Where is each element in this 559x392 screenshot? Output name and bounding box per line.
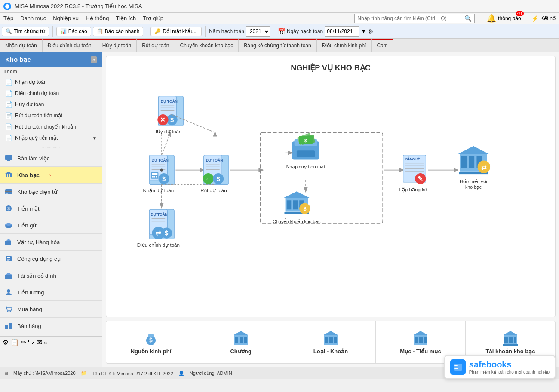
node-doi-chieu[interactable]: ⇄ Đối chiếu với kho bạc — [458, 146, 490, 190]
svg-rect-143 — [419, 337, 423, 343]
node-dieu-chinh[interactable]: DỰ TOÁN ⇄ $ Điều chỉnh dự toán — [137, 209, 180, 248]
svg-text:$: $ — [303, 206, 306, 212]
sidebar-nav-tai-san[interactable]: Tài sản cố định — [0, 267, 102, 284]
svg-marker-145 — [503, 331, 518, 335]
sales-icon — [3, 321, 14, 331]
svg-marker-140 — [413, 331, 428, 335]
sidebar-nav-kho-bac[interactable]: Kho bạc → — [0, 167, 102, 184]
sidebar-nav-ban-hang[interactable]: Bán hàng — [0, 318, 102, 334]
collapse-btn[interactable]: « — [91, 56, 97, 63]
document-icon[interactable]: 📋 — [10, 338, 19, 346]
doc-icon-3: 📄 — [5, 101, 12, 108]
connect-area[interactable]: ⚡ Kết nố — [531, 15, 556, 22]
menu-file[interactable]: Tệp — [3, 15, 13, 21]
goods-icon — [3, 237, 14, 247]
svg-text:Rút dự toán: Rút dự toán — [200, 188, 227, 193]
node-nhan[interactable]: DỰ TOÁN $ Nhận dự toán — [143, 155, 175, 193]
menu-utilities[interactable]: Tiện ích — [116, 15, 136, 21]
svg-text:$: $ — [304, 138, 307, 143]
node-bang-ke[interactable]: BẢNG KÊ ✎ Lập bảng kê — [399, 155, 427, 193]
shield-icon[interactable]: 🛡 — [28, 339, 35, 346]
node-nhap-quy[interactable]: $ Nhập quỹ tiền mặt — [286, 133, 326, 170]
svg-text:DỰ TOÁN: DỰ TOÁN — [161, 99, 178, 104]
building3-icon — [412, 330, 429, 346]
svg-text:$: $ — [170, 116, 174, 123]
edit-icon[interactable]: ✏ — [21, 338, 26, 346]
svg-rect-138 — [329, 337, 333, 343]
mail-icon[interactable]: ✉ — [37, 338, 42, 346]
sidebar-item-rut-chuyen-khoan[interactable]: 📄 Rút dự toán chuyển khoản — [0, 121, 102, 132]
doc-icon-6: 📄 — [5, 135, 12, 141]
search-icon[interactable]: 🔍 — [464, 15, 472, 22]
svg-rect-26 — [5, 325, 8, 329]
menu-catalog[interactable]: Danh mục — [20, 15, 46, 21]
sidebar-nav-tien-luong[interactable]: Tiền lương — [0, 284, 102, 301]
doc-icon-2: 📄 — [5, 90, 12, 97]
date-input[interactable] — [325, 26, 359, 37]
chuong-label: Chương — [230, 348, 251, 355]
sidebar-item-huy[interactable]: 📄 Hủy dự toán — [0, 99, 102, 110]
notification-area[interactable]: 🔔 40 thông báo — [487, 14, 521, 23]
svg-rect-20 — [7, 260, 9, 261]
diagram-area: NGHIỆP VỤ KHO BẠC DỰ TOÁN $ — [106, 56, 556, 317]
more-icon[interactable]: » — [44, 339, 47, 346]
sidebar-item-nhap-quy[interactable]: 📄 Nhập quỹ tiền mặt ▼ — [0, 132, 102, 144]
menu-operations[interactable]: Nghiệp vụ — [53, 15, 79, 21]
sidebar-nav-kho-bac-dt[interactable]: Kho bạc điện tử — [0, 184, 102, 200]
menu-system[interactable]: Hệ thống — [86, 15, 109, 21]
search-input[interactable] — [357, 15, 464, 21]
settings-icon-2[interactable]: ⚙ — [3, 338, 9, 346]
svg-text:Lập bảng kê: Lập bảng kê — [399, 187, 427, 193]
separator-3 — [205, 26, 206, 37]
svg-point-0 — [5, 4, 9, 9]
svg-rect-10 — [6, 193, 8, 194]
menu-help[interactable]: Trợ giúp — [143, 15, 163, 21]
tab-chuyen-khoan[interactable]: Chuyển khoản kho bạc — [175, 39, 239, 52]
find-voucher-btn[interactable]: 🔍 Tìm chứng từ — [2, 27, 49, 36]
bank-icon — [3, 170, 14, 180]
safebooks-badge: safebooks Phần mềm kế toán cho mọi doanh… — [444, 355, 556, 379]
node-rut[interactable]: DỰ TOÁN ← $ Rút dự toán — [200, 155, 229, 193]
connect-icon: ⚡ — [531, 15, 539, 22]
tab-nhan-du-toan[interactable]: Nhận dự toán — [0, 39, 43, 52]
svg-rect-132 — [235, 337, 238, 343]
change-pass-btn[interactable]: 🔑 Đổi mật khẩu... — [150, 27, 202, 36]
notification-label: thông báo — [498, 15, 521, 21]
svg-rect-49 — [156, 176, 157, 177]
settings-icon[interactable]: ⚙ — [368, 28, 374, 35]
sidebar-nav-tien-mat[interactable]: $ Tiền mặt — [0, 200, 102, 217]
window-title: MISA Mimosa 2022 RC3.8 - Trường Tiểu học… — [15, 3, 142, 9]
tab-dieu-chinh-kinh-phi[interactable]: Điều chỉnh kinh phí — [317, 39, 372, 52]
safebooks-name: safebooks — [469, 360, 550, 370]
bell-icon: 🔔 — [487, 14, 496, 23]
tab-rut-du-toan[interactable]: Rút dự toán — [137, 39, 175, 52]
report-btn[interactable]: 📊 Báo cáo — [56, 27, 91, 36]
bottom-nguon-kinh-phi[interactable]: $ Nguồn kinh phí — [106, 321, 196, 363]
tab-bang-ke[interactable]: Bảng kê chứng từ thanh toán — [239, 39, 316, 52]
node-huy[interactable]: DỰ TOÁN $ ✕ Hủy dự toán — [154, 96, 184, 135]
quick-report-btn[interactable]: 📋 Báo cáo nhanh — [93, 27, 144, 36]
sidebar-item-dieu-chinh[interactable]: 📄 Điều chỉnh dự toán — [0, 88, 102, 99]
sidebar-item-nhan-du-toan[interactable]: 📄 Nhận dự toán — [0, 77, 102, 88]
tab-huy-du-toan[interactable]: Hủy dự toán — [97, 39, 137, 52]
node-chuyen-khoan[interactable]: $ Chuyển khoản kho bạc — [273, 191, 320, 224]
sidebar-nav-vat-tu[interactable]: Vật tư, Hàng hóa — [0, 234, 102, 251]
bottom-chuong[interactable]: Chương — [196, 321, 286, 363]
sidebar-nav-ban-lam-viec[interactable]: Bàn làm việc — [0, 150, 102, 167]
bottom-loai-khoan[interactable]: Loại - Khoản — [286, 321, 376, 363]
sidebar-nav-tien-gui[interactable]: Tiền gửi — [0, 217, 102, 234]
svg-marker-99 — [458, 146, 489, 154]
tab-dieu-chinh-du-toan[interactable]: Điều chỉnh dự toán — [43, 39, 97, 52]
svg-text:Đối chiếu với: Đối chiếu với — [460, 179, 487, 184]
sidebar-item-rut-tien-mat[interactable]: 📄 Rút dự toán tiền mặt — [0, 110, 102, 121]
tab-bar: Nhận dự toán Điều chỉnh dự toán Hủy dự t… — [0, 39, 559, 52]
svg-marker-3 — [5, 172, 12, 174]
sidebar-nav-cong-cu[interactable]: Công cụ dụng cụ — [0, 251, 102, 267]
dropdown-icon[interactable]: ▼ — [361, 28, 366, 34]
search-box[interactable]: 🔍 — [354, 14, 475, 23]
admin-text: Người dùng: ADMIN — [190, 371, 232, 376]
sidebar: Kho bạc « Thêm 📄 Nhận dự toán 📄 Điều chỉ… — [0, 52, 102, 367]
sidebar-nav-mua-hang[interactable]: Mua hàng — [0, 301, 102, 318]
year-select[interactable]: 2021 2022 — [246, 26, 270, 37]
tab-cam[interactable]: Cam — [372, 39, 393, 52]
